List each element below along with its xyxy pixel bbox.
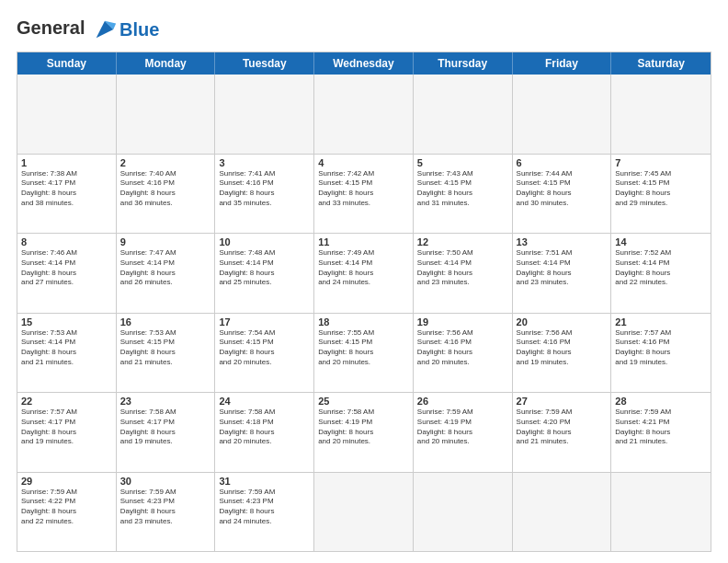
day-number: 5: [417, 157, 508, 168]
day-of-week-sunday: Sunday: [17, 52, 117, 75]
day-number: 15: [21, 316, 112, 327]
logo-blue: Blue: [119, 19, 159, 40]
empty-cell: [17, 75, 117, 154]
day-of-week-saturday: Saturday: [611, 52, 711, 75]
day-number: 3: [219, 157, 310, 168]
day-info: Sunrise: 7:59 AMSunset: 4:23 PMDaylight:…: [219, 488, 310, 527]
day-info: Sunrise: 7:41 AMSunset: 4:16 PMDaylight:…: [219, 169, 310, 209]
day-info: Sunrise: 7:48 AMSunset: 4:14 PMDaylight:…: [219, 248, 310, 288]
day-of-week-friday: Friday: [513, 52, 612, 75]
day-number: 4: [318, 157, 409, 168]
day-number: 28: [615, 396, 707, 407]
day-cell-8: 8Sunrise: 7:46 AMSunset: 4:14 PMDaylight…: [17, 234, 117, 313]
day-cell-31: 31Sunrise: 7:59 AMSunset: 4:23 PMDayligh…: [215, 473, 314, 552]
calendar-row-2: 8Sunrise: 7:46 AMSunset: 4:14 PMDaylight…: [17, 234, 711, 314]
day-cell-22: 22Sunrise: 7:57 AMSunset: 4:17 PMDayligh…: [17, 393, 117, 472]
day-info: Sunrise: 7:59 AMSunset: 4:21 PMDaylight:…: [615, 408, 707, 447]
empty-cell: [314, 75, 414, 154]
logo-general: General: [17, 17, 85, 38]
day-info: Sunrise: 7:59 AMSunset: 4:23 PMDaylight:…: [120, 488, 211, 527]
day-cell-14: 14Sunrise: 7:52 AMSunset: 4:14 PMDayligh…: [611, 234, 711, 313]
empty-cell: [513, 473, 612, 552]
calendar: SundayMondayTuesdayWednesdayThursdayFrid…: [17, 52, 711, 552]
day-number: 27: [517, 396, 608, 407]
page: General Blue SundayMondayTuesdayWednesda…: [0, 0, 728, 563]
day-cell-1: 1Sunrise: 7:38 AMSunset: 4:17 PMDaylight…: [17, 155, 117, 234]
calendar-row-3: 15Sunrise: 7:53 AMSunset: 4:14 PMDayligh…: [17, 314, 711, 394]
day-info: Sunrise: 7:47 AMSunset: 4:14 PMDaylight:…: [120, 248, 211, 288]
day-number: 9: [120, 236, 211, 247]
day-info: Sunrise: 7:54 AMSunset: 4:15 PMDaylight:…: [219, 328, 310, 368]
day-cell-11: 11Sunrise: 7:49 AMSunset: 4:14 PMDayligh…: [314, 234, 414, 313]
day-cell-12: 12Sunrise: 7:50 AMSunset: 4:14 PMDayligh…: [414, 234, 513, 313]
day-info: Sunrise: 7:49 AMSunset: 4:14 PMDaylight:…: [318, 248, 409, 288]
day-cell-13: 13Sunrise: 7:51 AMSunset: 4:14 PMDayligh…: [513, 234, 612, 313]
day-info: Sunrise: 7:56 AMSunset: 4:16 PMDaylight:…: [517, 328, 608, 368]
day-info: Sunrise: 7:57 AMSunset: 4:16 PMDaylight:…: [615, 328, 707, 368]
day-of-week-tuesday: Tuesday: [215, 52, 314, 75]
day-cell-19: 19Sunrise: 7:56 AMSunset: 4:16 PMDayligh…: [414, 314, 513, 393]
day-cell-15: 15Sunrise: 7:53 AMSunset: 4:14 PMDayligh…: [17, 314, 117, 393]
calendar-row-0: [17, 75, 711, 155]
day-cell-26: 26Sunrise: 7:59 AMSunset: 4:19 PMDayligh…: [414, 393, 513, 472]
logo: General Blue: [17, 17, 159, 42]
day-info: Sunrise: 7:40 AMSunset: 4:16 PMDaylight:…: [120, 169, 211, 209]
logo-icon: [92, 17, 118, 42]
calendar-row-4: 22Sunrise: 7:57 AMSunset: 4:17 PMDayligh…: [17, 393, 711, 473]
day-info: Sunrise: 7:56 AMSunset: 4:16 PMDaylight:…: [417, 328, 508, 368]
day-info: Sunrise: 7:59 AMSunset: 4:19 PMDaylight:…: [417, 408, 508, 447]
day-info: Sunrise: 7:43 AMSunset: 4:15 PMDaylight:…: [417, 169, 508, 209]
day-number: 2: [120, 157, 211, 168]
calendar-body: 1Sunrise: 7:38 AMSunset: 4:17 PMDaylight…: [17, 75, 711, 551]
day-number: 16: [120, 316, 211, 327]
day-cell-3: 3Sunrise: 7:41 AMSunset: 4:16 PMDaylight…: [215, 155, 314, 234]
day-cell-9: 9Sunrise: 7:47 AMSunset: 4:14 PMDaylight…: [117, 234, 216, 313]
day-number: 14: [615, 236, 707, 247]
day-number: 29: [21, 476, 112, 487]
day-info: Sunrise: 7:59 AMSunset: 4:20 PMDaylight:…: [517, 408, 608, 447]
day-info: Sunrise: 7:38 AMSunset: 4:17 PMDaylight:…: [21, 169, 112, 209]
day-number: 26: [417, 396, 508, 407]
day-info: Sunrise: 7:51 AMSunset: 4:14 PMDaylight:…: [517, 248, 608, 288]
day-cell-20: 20Sunrise: 7:56 AMSunset: 4:16 PMDayligh…: [513, 314, 612, 393]
day-number: 13: [517, 236, 608, 247]
day-cell-18: 18Sunrise: 7:55 AMSunset: 4:15 PMDayligh…: [314, 314, 414, 393]
day-number: 20: [517, 316, 608, 327]
day-info: Sunrise: 7:53 AMSunset: 4:14 PMDaylight:…: [21, 328, 112, 368]
day-cell-28: 28Sunrise: 7:59 AMSunset: 4:21 PMDayligh…: [611, 393, 711, 472]
day-info: Sunrise: 7:57 AMSunset: 4:17 PMDaylight:…: [21, 408, 112, 447]
day-info: Sunrise: 7:58 AMSunset: 4:17 PMDaylight:…: [120, 408, 211, 447]
day-cell-27: 27Sunrise: 7:59 AMSunset: 4:20 PMDayligh…: [513, 393, 612, 472]
day-info: Sunrise: 7:45 AMSunset: 4:15 PMDaylight:…: [615, 169, 707, 209]
day-number: 18: [318, 316, 409, 327]
day-cell-21: 21Sunrise: 7:57 AMSunset: 4:16 PMDayligh…: [611, 314, 711, 393]
empty-cell: [611, 75, 711, 154]
calendar-row-5: 29Sunrise: 7:59 AMSunset: 4:22 PMDayligh…: [17, 473, 711, 552]
day-number: 19: [417, 316, 508, 327]
day-of-week-wednesday: Wednesday: [314, 52, 414, 75]
day-info: Sunrise: 7:46 AMSunset: 4:14 PMDaylight:…: [21, 248, 112, 288]
day-info: Sunrise: 7:58 AMSunset: 4:19 PMDaylight:…: [318, 408, 409, 447]
empty-cell: [414, 473, 513, 552]
day-number: 23: [120, 396, 211, 407]
day-cell-17: 17Sunrise: 7:54 AMSunset: 4:15 PMDayligh…: [215, 314, 314, 393]
empty-cell: [215, 75, 314, 154]
day-number: 24: [219, 396, 310, 407]
day-cell-4: 4Sunrise: 7:42 AMSunset: 4:15 PMDaylight…: [314, 155, 414, 234]
day-number: 6: [517, 157, 608, 168]
day-cell-6: 6Sunrise: 7:44 AMSunset: 4:15 PMDaylight…: [513, 155, 612, 234]
day-cell-23: 23Sunrise: 7:58 AMSunset: 4:17 PMDayligh…: [117, 393, 216, 472]
empty-cell: [611, 473, 711, 552]
day-of-week-thursday: Thursday: [414, 52, 513, 75]
day-info: Sunrise: 7:55 AMSunset: 4:15 PMDaylight:…: [318, 328, 409, 368]
calendar-row-1: 1Sunrise: 7:38 AMSunset: 4:17 PMDaylight…: [17, 155, 711, 235]
day-number: 31: [219, 476, 310, 487]
day-cell-29: 29Sunrise: 7:59 AMSunset: 4:22 PMDayligh…: [17, 473, 117, 552]
day-number: 8: [21, 236, 112, 247]
day-info: Sunrise: 7:52 AMSunset: 4:14 PMDaylight:…: [615, 248, 707, 288]
day-number: 1: [21, 157, 112, 168]
calendar-header: SundayMondayTuesdayWednesdayThursdayFrid…: [17, 52, 711, 75]
day-info: Sunrise: 7:53 AMSunset: 4:15 PMDaylight:…: [120, 328, 211, 368]
day-number: 21: [615, 316, 707, 327]
day-cell-2: 2Sunrise: 7:40 AMSunset: 4:16 PMDaylight…: [117, 155, 216, 234]
